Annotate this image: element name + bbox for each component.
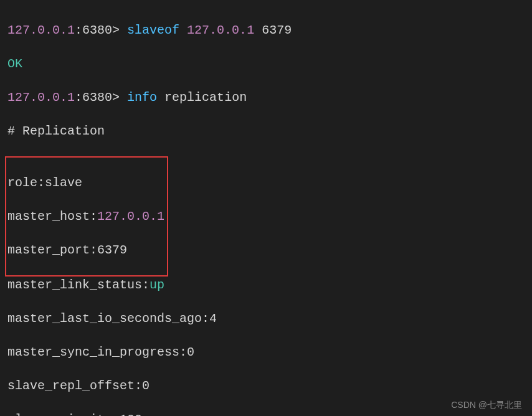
master-host-line: master_host:127.0.0.1	[7, 208, 164, 225]
prompt-sep: :	[75, 90, 82, 105]
role-line: role:slave	[7, 174, 164, 191]
command-line-2: 127.0.0.1:6380> info replication	[7, 89, 525, 106]
prompt-host: 127.0.0.1	[7, 90, 75, 105]
prompt-port: 6380	[82, 23, 112, 37]
prompt-sep: :	[75, 23, 82, 37]
prompt-port: 6380	[82, 90, 112, 105]
mlink-val: up	[150, 278, 164, 292]
command-line-1: 127.0.0.1:6380> slaveof 127.0.0.1 6379	[7, 22, 525, 39]
output-line: slave_repl_offset:0	[7, 377, 525, 394]
cmd-info: info	[127, 90, 157, 105]
replication-header: # Replication	[7, 123, 525, 139]
ok-text: OK	[7, 57, 22, 71]
mhost-val: 127.0.0.1	[97, 209, 164, 224]
cmd-arg-host: 127.0.0.1	[187, 23, 254, 37]
output-line: master_last_io_seconds_ago:4	[7, 310, 525, 327]
mlink-key: master_link_status:	[7, 278, 150, 292]
ok-response: OK	[7, 55, 525, 72]
cmd-arg-port: 6379	[262, 23, 292, 37]
cmd-arg-replication: replication	[164, 90, 247, 105]
prompt-host: 127.0.0.1	[7, 23, 75, 37]
prompt-gt: >	[112, 90, 127, 105]
master-link-status-line: master_link_status:up	[7, 277, 525, 293]
mhost-key: master_host:	[7, 209, 97, 224]
watermark: CSDN @七寻北里	[451, 399, 522, 411]
terminal-output[interactable]: 127.0.0.1:6380> slaveof 127.0.0.1 6379 O…	[7, 5, 525, 416]
role-val: slave	[45, 176, 82, 190]
output-line: master_sync_in_progress:0	[7, 344, 525, 361]
output-line: slave_priority:100	[7, 411, 525, 416]
mport-key: master_port:	[7, 243, 97, 257]
mport-val: 6379	[97, 243, 127, 257]
prompt-gt: >	[112, 23, 127, 37]
master-port-line: master_port:6379	[7, 242, 164, 258]
cmd-slaveof: slaveof	[127, 23, 179, 37]
highlighted-box: role:slave master_host:127.0.0.1 master_…	[5, 156, 168, 277]
role-key: role:	[7, 176, 45, 190]
